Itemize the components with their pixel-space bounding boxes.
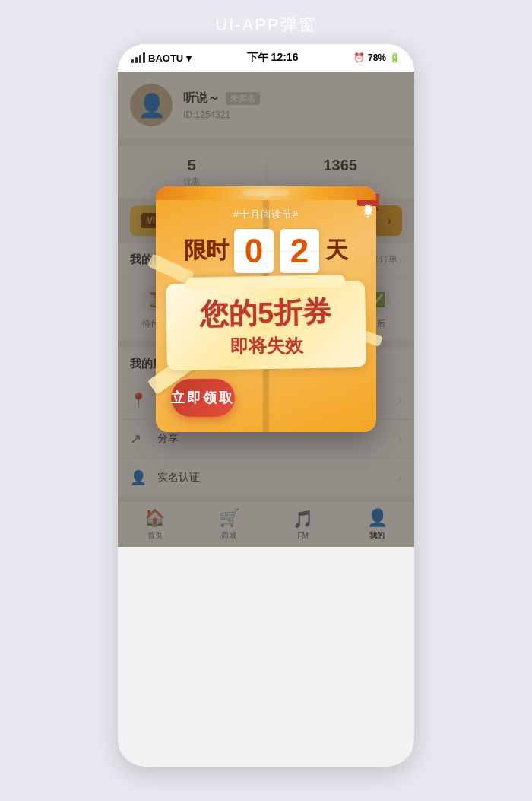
wifi-icon: ▾ xyxy=(186,52,192,64)
countdown-digit-1: 0 xyxy=(234,229,274,273)
status-bar: BAOTU ▾ 下午 12:16 ⏰ 78% 🔋 xyxy=(118,44,414,72)
coupon-highlight: 5 xyxy=(258,297,274,329)
hashtag-line: #十月阅读节# xyxy=(156,200,376,224)
carrier-name: BAOTU xyxy=(148,52,183,64)
phone-frame: BAOTU ▾ 下午 12:16 ⏰ 78% 🔋 👤 听说～ 未实名 ID:12… xyxy=(118,44,414,767)
signal-bar-2 xyxy=(135,57,138,63)
coupon-sub-text: 即将失效 xyxy=(179,332,354,359)
countdown-suffix: 天 xyxy=(325,235,348,266)
status-time: 下午 12:16 xyxy=(247,51,299,65)
page-title: UI-APP弹窗 xyxy=(215,14,316,37)
coupon-ticket: 您的5折券 即将失效 xyxy=(166,280,366,370)
popup-top-decoration xyxy=(156,186,376,200)
status-left: BAOTU ▾ xyxy=(131,52,192,64)
claim-button[interactable]: 立即领取 xyxy=(171,379,235,417)
coupon-unit: 折券 xyxy=(274,295,332,328)
status-right: ⏰ 78% 🔋 xyxy=(353,52,401,63)
coupon-pretext: 您的 xyxy=(200,297,258,329)
modal-overlay: 新户专享 #十月阅读节# 限时 0 2 天 您的5折券 即将失效 xyxy=(118,72,414,547)
alarm-icon: ⏰ xyxy=(353,52,365,63)
signal-bar-4 xyxy=(143,52,145,63)
countdown-prefix: 限时 xyxy=(184,235,228,266)
popup: 新户专享 #十月阅读节# 限时 0 2 天 您的5折券 即将失效 xyxy=(156,186,376,433)
app-content: 👤 听说～ 未实名 ID:1254321 5 优惠 1365 Vip xyxy=(118,72,414,547)
battery-percentage: 78% xyxy=(368,52,386,63)
signal-bar-1 xyxy=(131,59,134,63)
signal-bar-3 xyxy=(139,55,141,63)
battery-icon: 🔋 xyxy=(389,52,401,63)
signal-bars xyxy=(131,52,145,63)
coupon-main-text: 您的5折券 xyxy=(178,294,353,332)
countdown-digit-2: 2 xyxy=(280,229,319,273)
